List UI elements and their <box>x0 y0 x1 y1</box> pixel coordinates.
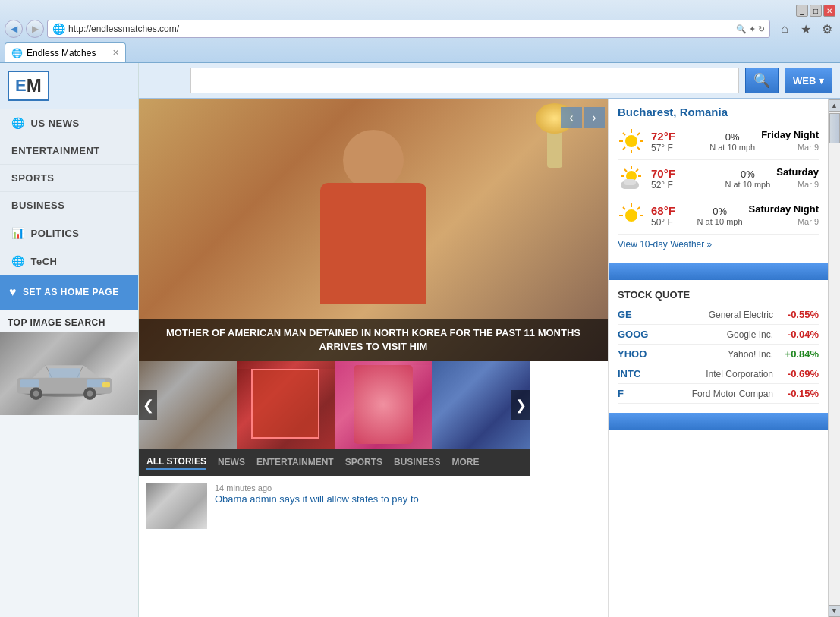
sidebar-item-label: US NEWS <box>31 118 80 129</box>
svg-line-22 <box>624 169 627 172</box>
thumb-next-button[interactable]: ❯ <box>511 390 530 420</box>
thumbnail-2[interactable] <box>237 361 335 449</box>
sidebar-item-label: BUSINESS <box>11 200 64 211</box>
thumb-prev-button[interactable]: ❮ <box>139 390 157 420</box>
stock-row-2: YHOO Yahoo! Inc. +0.84% <box>618 345 819 364</box>
thumbnail-3[interactable] <box>335 361 433 449</box>
stock-section: STOCK QUOTE GE General Electric -0.55% G… <box>609 283 828 410</box>
set-homepage-button[interactable]: ♥ SET AS HOME PAGE <box>0 275 138 310</box>
web-dropdown-button[interactable]: WEB ▾ <box>785 68 832 93</box>
svg-line-15 <box>637 133 640 135</box>
tab-close-button[interactable]: ✕ <box>112 48 119 58</box>
maximize-button[interactable]: □ <box>810 5 822 17</box>
back-button[interactable]: ◀ <box>5 20 23 38</box>
sidebar-item-us-news[interactable]: 🌐 US NEWS <box>0 109 138 137</box>
weather-location: Bucharest, Romania <box>618 105 819 118</box>
scroll-up-button[interactable]: ▲ <box>829 99 841 112</box>
search-input[interactable] <box>190 68 739 93</box>
search-button[interactable]: 🔍 <box>745 68 779 93</box>
home-icon[interactable]: ⌂ <box>776 20 793 37</box>
sidebar: E M 🌐 US NEWS ENTERTAINMENT SPORTS BUSIN… <box>0 63 139 617</box>
sidebar-item-business[interactable]: BUSINESS <box>0 192 138 219</box>
tab-more[interactable]: MORE <box>451 455 479 469</box>
tech-icon: 🌐 <box>11 255 25 267</box>
news-column: ‹ › MOTHER OF AMERICAN MAN DETAINED IN N… <box>139 99 608 617</box>
search-header: 🔍 WEB ▾ <box>139 63 840 99</box>
address-text: http://endlessmatches.com/ <box>68 24 736 34</box>
news-thumbnail-0 <box>146 483 207 529</box>
stock-ticker-2[interactable]: YHOO <box>618 348 652 360</box>
tab-title: Endless Matches <box>27 48 96 58</box>
scroll-thumb[interactable] <box>829 113 840 143</box>
stock-title: STOCK QUOTE <box>618 289 819 301</box>
tab-bar: 🌐 Endless Matches ✕ <box>5 41 835 62</box>
temp-low-2: 50° F <box>651 217 691 228</box>
page-wrapper: _ □ ✕ ◀ ▶ 🌐 http://endlessmatches.com/ 🔍… <box>0 0 840 617</box>
stock-name-3: Intel Corporation <box>656 369 773 379</box>
browser-chrome: _ □ ✕ ◀ ▶ 🌐 http://endlessmatches.com/ 🔍… <box>0 0 840 63</box>
sidebar-item-entertainment[interactable]: ENTERTAINMENT <box>0 137 138 165</box>
stock-ticker-4[interactable]: F <box>618 388 652 399</box>
stock-ticker-3[interactable]: INTC <box>618 368 652 379</box>
ie-icon: 🌐 <box>52 23 65 35</box>
story-tabs: ALL STORIES NEWS ENTERTAINMENT SPORTS BU… <box>139 449 530 476</box>
weather-day-0: Friday Night Mar 9 <box>761 128 819 154</box>
blue-divider-bottom <box>609 413 828 430</box>
minimize-button[interactable]: _ <box>796 5 808 17</box>
sun-svg-2 <box>618 202 645 229</box>
svg-line-17 <box>637 147 640 150</box>
weather-row-2: 68°F 50° F 0% N at 10 mph Saturday Night… <box>618 197 819 235</box>
stock-change-3: -0.69% <box>777 368 819 379</box>
sun-svg-0 <box>618 127 645 155</box>
weather-temp-0: 72°F 57° F <box>651 130 703 153</box>
weather-icon-1 <box>618 165 645 192</box>
news-title-0[interactable]: Obama admin says it will allow states to… <box>215 493 522 506</box>
svg-rect-9 <box>102 382 110 387</box>
forward-button[interactable]: ▶ <box>26 20 44 38</box>
temp-high-1: 70°F <box>651 167 719 180</box>
hero-prev-button[interactable]: ‹ <box>561 107 582 128</box>
sidebar-item-tech[interactable]: 🌐 TeCH <box>0 247 138 275</box>
stock-ticker-0[interactable]: GE <box>618 309 652 320</box>
weather-precip-2: 0% N at 10 mph <box>697 206 743 226</box>
address-bar[interactable]: 🌐 http://endlessmatches.com/ 🔍 ✦ ↻ <box>47 20 770 38</box>
tab-entertainment[interactable]: ENTERTAINMENT <box>256 455 334 469</box>
person-body <box>320 183 426 304</box>
tab-icon: 🌐 <box>11 48 23 58</box>
logo-area: E M <box>0 63 138 109</box>
tab-business[interactable]: BUSINESS <box>394 455 440 469</box>
svg-rect-8 <box>49 368 80 378</box>
hero-next-button[interactable]: › <box>584 107 605 128</box>
temp-high-0: 72°F <box>651 130 703 143</box>
sidebar-item-sports[interactable]: SPORTS <box>0 165 138 192</box>
sidebar-item-politics[interactable]: 📊 POLITICS <box>0 219 138 247</box>
close-button[interactable]: ✕ <box>823 5 835 17</box>
svg-point-3 <box>33 390 39 396</box>
stock-ticker-1[interactable]: GOOG <box>618 329 652 340</box>
weather-day-1: Saturday Mar 9 <box>776 165 819 191</box>
scroll-down-button[interactable]: ▼ <box>829 605 841 617</box>
weather-icon-0 <box>618 127 645 155</box>
tab-news[interactable]: NEWS <box>218 455 245 469</box>
top-image-search-label: TOP IMAGE SEARCH <box>0 310 138 332</box>
set-homepage-label: SET AS HOME PAGE <box>23 287 119 299</box>
tab-sports[interactable]: SPORTS <box>345 455 382 469</box>
view-more-weather-link[interactable]: View 10-day Weather » <box>618 235 819 254</box>
browser-icons: ⌂ ★ ⚙ <box>776 20 835 37</box>
logo-e: E <box>15 76 27 96</box>
tab-all-stories[interactable]: ALL STORIES <box>146 455 206 470</box>
svg-point-32 <box>625 209 637 222</box>
globe-icon: 🌐 <box>11 117 25 129</box>
favorites-icon[interactable]: ★ <box>798 20 814 37</box>
temp-low-1: 52° F <box>651 180 719 190</box>
stock-row-1: GOOG Google Inc. -0.04% <box>618 325 819 345</box>
svg-line-31 <box>637 207 640 209</box>
active-tab[interactable]: 🌐 Endless Matches ✕ <box>5 42 126 62</box>
weather-row-1: 70°F 52° F 0% N at 10 mph Saturday Mar 9 <box>618 160 819 197</box>
news-time-0: 14 minutes ago <box>215 483 522 493</box>
hero-section: ‹ › MOTHER OF AMERICAN MAN DETAINED IN N… <box>139 99 608 361</box>
sun-svg-1 <box>618 165 645 192</box>
svg-rect-6 <box>20 379 39 387</box>
settings-icon[interactable]: ⚙ <box>819 20 835 37</box>
weather-section: Bucharest, Romania <box>609 99 828 260</box>
